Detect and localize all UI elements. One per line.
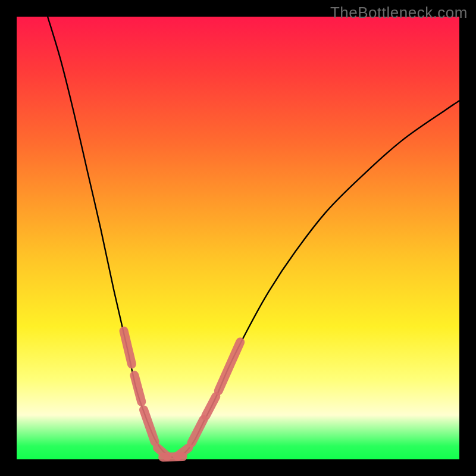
marker-marker-band-right-2 <box>206 396 216 416</box>
marker-marker-band-right-1 <box>192 419 203 443</box>
marker-marker-band-left-1 <box>134 375 142 402</box>
series-bottleneck-curve <box>48 17 459 458</box>
marker-marker-band-right-3 <box>218 342 240 391</box>
marker-marker-band-left-2 <box>144 410 155 442</box>
marker-marker-band-bottom-0 <box>163 457 183 458</box>
bottleneck-chart <box>17 17 459 459</box>
marker-marker-band-left-0 <box>124 331 131 364</box>
